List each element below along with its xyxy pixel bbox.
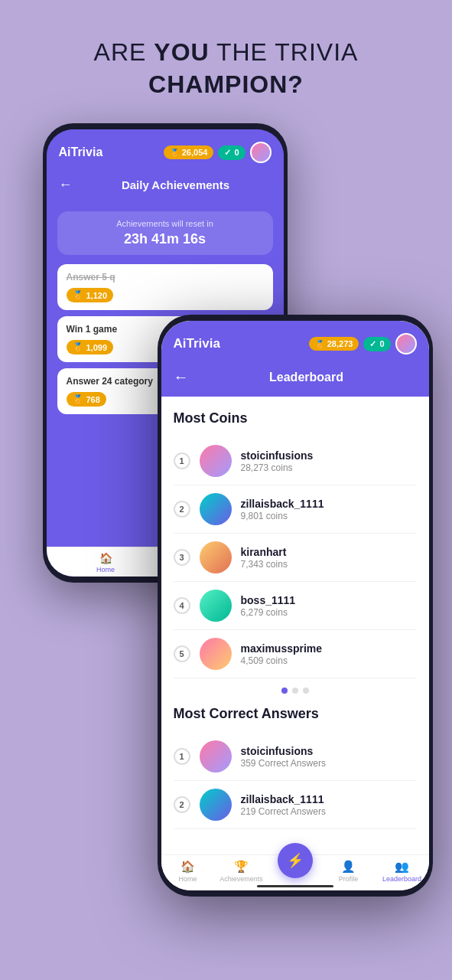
dot-3[interactable]	[303, 688, 309, 694]
front-nav-title: Leaderboard	[197, 371, 417, 384]
front-check-icon: ✓	[369, 339, 376, 349]
front-check-badge: ✓ 0	[363, 337, 390, 351]
front-avatar	[395, 333, 417, 354]
front-home-icon: 🏠	[180, 860, 195, 874]
front-nav-profile[interactable]: 👤 Profile	[322, 860, 376, 883]
lb-score-5: 4,509 coins	[241, 655, 417, 666]
lb-name-5: maximussprime	[241, 642, 417, 655]
lb-ans-avatar-2	[200, 789, 232, 821]
lb-rank-4: 4	[174, 597, 190, 614]
lb-info-2: zillaisback_1111 9,801 coins	[241, 498, 417, 521]
lb-name-3: kiranhart	[241, 546, 417, 558]
headline-normal-1: ARE	[94, 38, 154, 66]
reward-val-2: 1,099	[86, 343, 108, 352]
lb-info-5: maximussprime 4,509 coins	[241, 642, 417, 666]
front-nav-home[interactable]: 🏠 Home	[161, 860, 215, 883]
front-header: AiTrivia 🏅 28,273 ✓ 0	[161, 321, 429, 362]
most-answers-title: Most Correct Answers	[174, 706, 417, 722]
lb-rank-5: 5	[174, 645, 190, 662]
back-coins: 26,054	[182, 148, 208, 157]
front-nav-center: ⚡	[268, 860, 322, 883]
lb-name-2: zillaisback_1111	[241, 498, 417, 510]
lb-ans-score-1: 359 Correct Answers	[241, 758, 417, 769]
lb-name-1: stoicinfusions	[241, 449, 417, 462]
headline-line2: CHAMPION?	[148, 70, 304, 98]
lb-score-1: 28,273 coins	[241, 462, 417, 473]
lb-rank-1: 1	[174, 452, 190, 469]
front-checks: 0	[379, 339, 384, 348]
front-nav-achievements[interactable]: 🏆 Achievements	[215, 860, 268, 883]
home-icon: 🏠	[99, 552, 112, 564]
lb-avatar-2	[200, 493, 232, 525]
front-phone: AiTrivia 🏅 28,273 ✓ 0 ← Leaderboard	[158, 315, 433, 897]
headline: ARE YOU THE TRIVIA CHAMPION?	[94, 37, 359, 100]
lb-ans-avatar-1	[200, 740, 232, 773]
most-coins-title: Most Coins	[174, 410, 417, 426]
lb-score-2: 9,801 coins	[241, 511, 417, 521]
reward-icon-2: 🏅	[73, 342, 83, 352]
reset-label: Achievements will reset in	[68, 219, 262, 228]
lb-ans-info-1: stoicinfusions 359 Correct Answers	[241, 745, 417, 769]
lb-answers-item-1: 1 stoicinfusions 359 Correct Answers	[174, 733, 417, 781]
lb-rank-2: 2	[174, 501, 190, 518]
front-app-name: AiTrivia	[174, 336, 220, 351]
dot-1[interactable]	[281, 688, 288, 694]
front-profile-label: Profile	[339, 875, 359, 883]
front-nav: ← Leaderboard	[161, 362, 429, 397]
front-achieve-icon: 🏆	[234, 860, 249, 874]
reward-val-1: 1,120	[86, 291, 108, 300]
back-nav: ← Daily Achievements	[47, 171, 284, 202]
dot-2[interactable]	[292, 688, 298, 694]
coin-icon: 🏅	[170, 149, 179, 157]
leaderboard-content: Most Coins 1 stoicinfusions 28,273 coins…	[161, 397, 429, 890]
back-arrow-icon[interactable]: ←	[59, 177, 73, 193]
back-checks: 0	[234, 148, 239, 157]
front-coin-badge: 🏅 28,273	[309, 337, 359, 351]
lb-name-4: boss_1111	[241, 594, 417, 606]
front-home-label: Home	[178, 875, 197, 883]
reward-icon-3: 🏅	[73, 394, 83, 404]
lb-score-4: 6,279 coins	[241, 607, 417, 618]
lb-ans-info-2: zillaisback_1111 219 Correct Answers	[241, 793, 417, 817]
phones-container: AiTrivia 🏅 26,054 ✓ 0 ← Daily Achievemen	[20, 123, 433, 904]
back-nav-title: Daily Achievements	[80, 178, 272, 191]
front-nav-leaderboard[interactable]: 👥 Leaderboard	[376, 860, 429, 883]
lb-avatar-3	[200, 541, 232, 573]
lb-ans-name-2: zillaisback_1111	[241, 793, 417, 805]
lb-coins-item-5: 5 maximussprime 4,509 coins	[174, 630, 417, 678]
lb-coins-item-4: 4 boss_1111 6,279 coins	[174, 582, 417, 630]
reward-3: 🏅 768	[67, 392, 106, 407]
reward-icon-1: 🏅	[73, 290, 83, 300]
achievement-title-1: Answer 5 q	[67, 272, 264, 283]
reward-val-3: 768	[86, 395, 100, 404]
lb-avatar-4	[200, 590, 232, 622]
back-coin-badge: 🏅 26,054	[164, 145, 214, 159]
lb-rank-3: 3	[174, 549, 190, 566]
front-coins: 28,273	[327, 339, 353, 348]
front-screen: AiTrivia 🏅 28,273 ✓ 0 ← Leaderboard	[161, 321, 429, 890]
lb-info-1: stoicinfusions 28,273 coins	[241, 449, 417, 473]
back-nav-home[interactable]: 🏠 Home	[47, 552, 165, 573]
back-app-name: AiTrivia	[59, 145, 103, 159]
headline-normal-2: THE TRIVIA	[210, 38, 359, 66]
lb-ans-name-1: stoicinfusions	[241, 745, 417, 757]
headline-bold: YOU	[154, 38, 209, 66]
front-coin-icon: 🏅	[315, 340, 324, 348]
lb-score-3: 7,343 coins	[241, 559, 417, 570]
lb-coins-item-2: 2 zillaisback_1111 9,801 coins	[174, 485, 417, 534]
lb-answers-item-2: 2 zillaisback_1111 219 Correct Answers	[174, 781, 417, 829]
home-indicator	[257, 885, 333, 887]
front-header-right: 🏅 28,273 ✓ 0	[309, 333, 417, 354]
lightning-icon: ⚡	[287, 852, 304, 869]
front-arrow-icon[interactable]: ←	[174, 368, 189, 386]
lb-ans-score-2: 219 Correct Answers	[241, 806, 417, 817]
dots-indicator	[174, 688, 417, 694]
lb-info-3: kiranhart 7,343 coins	[241, 546, 417, 570]
back-check-badge: ✓ 0	[218, 145, 245, 160]
lb-avatar-1	[200, 445, 232, 477]
home-label: Home	[96, 566, 115, 573]
center-button[interactable]: ⚡	[278, 843, 313, 878]
back-header: AiTrivia 🏅 26,054 ✓ 0	[47, 129, 284, 171]
front-lb-icon: 👥	[395, 860, 409, 874]
back-header-right: 🏅 26,054 ✓ 0	[164, 142, 272, 163]
